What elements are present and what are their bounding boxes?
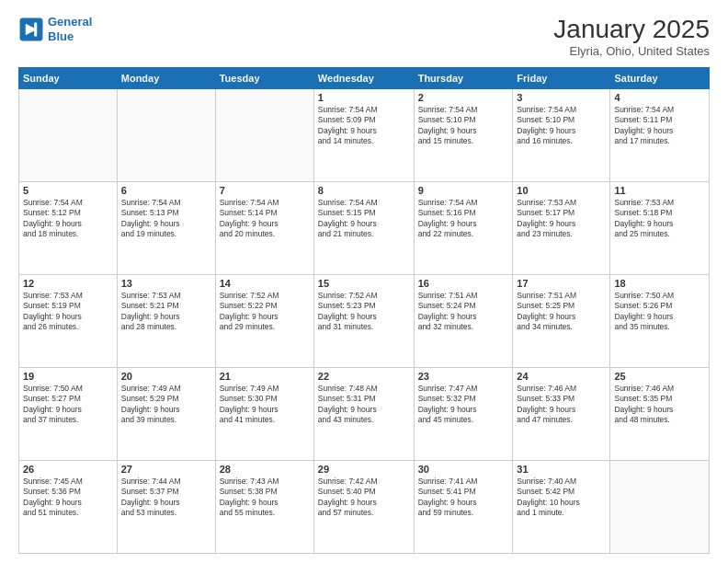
calendar-cell: 12Sunrise: 7:53 AMSunset: 5:19 PMDayligh…: [19, 275, 118, 368]
calendar-cell: 10Sunrise: 7:53 AMSunset: 5:17 PMDayligh…: [513, 182, 610, 275]
logo-icon: [18, 17, 44, 42]
day-number: 7: [220, 185, 310, 196]
calendar-cell: 2Sunrise: 7:54 AMSunset: 5:10 PMDaylight…: [414, 89, 513, 182]
day-number: 2: [418, 92, 509, 103]
day-info: Sunrise: 7:54 AMSunset: 5:11 PMDaylight:…: [614, 105, 705, 147]
calendar-cell: 24Sunrise: 7:46 AMSunset: 5:33 PMDayligh…: [513, 368, 610, 461]
day-number: 22: [318, 371, 410, 382]
day-number: 17: [517, 278, 606, 289]
calendar-subtitle: Elyria, Ohio, United States: [553, 44, 710, 58]
col-header-friday: Friday: [513, 68, 610, 89]
title-block: January 2025 Elyria, Ohio, United States: [553, 15, 710, 58]
calendar-cell: 14Sunrise: 7:52 AMSunset: 5:22 PMDayligh…: [215, 275, 313, 368]
day-number: 18: [614, 278, 705, 289]
day-info: Sunrise: 7:53 AMSunset: 5:21 PMDaylight:…: [121, 291, 211, 333]
calendar-cell: 15Sunrise: 7:52 AMSunset: 5:23 PMDayligh…: [313, 275, 414, 368]
day-info: Sunrise: 7:54 AMSunset: 5:12 PMDaylight:…: [23, 198, 113, 240]
calendar-cell: 28Sunrise: 7:43 AMSunset: 5:38 PMDayligh…: [215, 461, 313, 554]
day-number: 25: [614, 371, 705, 382]
day-number: 24: [517, 371, 606, 382]
calendar-cell: 27Sunrise: 7:44 AMSunset: 5:37 PMDayligh…: [117, 461, 215, 554]
day-number: 10: [517, 185, 606, 196]
calendar-cell: 1Sunrise: 7:54 AMSunset: 5:09 PMDaylight…: [313, 89, 414, 182]
logo: General Blue: [18, 15, 92, 43]
day-info: Sunrise: 7:54 AMSunset: 5:15 PMDaylight:…: [318, 198, 410, 240]
svg-rect-2: [34, 22, 37, 37]
day-number: 31: [517, 464, 606, 475]
page: General Blue January 2025 Elyria, Ohio, …: [0, 0, 728, 563]
day-number: 3: [517, 92, 606, 103]
day-number: 30: [418, 464, 509, 475]
calendar-cell: 9Sunrise: 7:54 AMSunset: 5:16 PMDaylight…: [414, 182, 513, 275]
calendar-cell: 25Sunrise: 7:46 AMSunset: 5:35 PMDayligh…: [610, 368, 710, 461]
col-header-wednesday: Wednesday: [313, 68, 414, 89]
day-info: Sunrise: 7:54 AMSunset: 5:09 PMDaylight:…: [318, 105, 410, 147]
week-row-4: 26Sunrise: 7:45 AMSunset: 5:36 PMDayligh…: [19, 461, 710, 554]
day-number: 21: [220, 371, 310, 382]
calendar-cell: [215, 89, 313, 182]
day-number: 13: [121, 278, 211, 289]
day-info: Sunrise: 7:50 AMSunset: 5:26 PMDaylight:…: [614, 291, 705, 333]
day-number: 20: [121, 371, 211, 382]
day-info: Sunrise: 7:48 AMSunset: 5:31 PMDaylight:…: [318, 384, 410, 426]
calendar-cell: 23Sunrise: 7:47 AMSunset: 5:32 PMDayligh…: [414, 368, 513, 461]
calendar-cell: 4Sunrise: 7:54 AMSunset: 5:11 PMDaylight…: [610, 89, 710, 182]
day-number: 8: [318, 185, 410, 196]
calendar-cell: 3Sunrise: 7:54 AMSunset: 5:10 PMDaylight…: [513, 89, 610, 182]
day-info: Sunrise: 7:45 AMSunset: 5:36 PMDaylight:…: [23, 477, 113, 519]
day-number: 12: [23, 278, 113, 289]
calendar-cell: 13Sunrise: 7:53 AMSunset: 5:21 PMDayligh…: [117, 275, 215, 368]
calendar-cell: 18Sunrise: 7:50 AMSunset: 5:26 PMDayligh…: [610, 275, 710, 368]
day-info: Sunrise: 7:52 AMSunset: 5:22 PMDaylight:…: [220, 291, 310, 333]
calendar-cell: 29Sunrise: 7:42 AMSunset: 5:40 PMDayligh…: [313, 461, 414, 554]
day-info: Sunrise: 7:49 AMSunset: 5:29 PMDaylight:…: [121, 384, 211, 426]
day-number: 4: [614, 92, 705, 103]
logo-line2: Blue: [48, 29, 74, 43]
day-info: Sunrise: 7:46 AMSunset: 5:35 PMDaylight:…: [614, 384, 705, 426]
calendar-cell: [610, 461, 710, 554]
day-info: Sunrise: 7:50 AMSunset: 5:27 PMDaylight:…: [23, 384, 113, 426]
day-info: Sunrise: 7:41 AMSunset: 5:41 PMDaylight:…: [418, 477, 509, 519]
day-info: Sunrise: 7:43 AMSunset: 5:38 PMDaylight:…: [220, 477, 310, 519]
day-number: 29: [318, 464, 410, 475]
calendar-cell: 20Sunrise: 7:49 AMSunset: 5:29 PMDayligh…: [117, 368, 215, 461]
day-number: 5: [23, 185, 113, 196]
calendar-cell: 17Sunrise: 7:51 AMSunset: 5:25 PMDayligh…: [513, 275, 610, 368]
calendar-cell: 22Sunrise: 7:48 AMSunset: 5:31 PMDayligh…: [313, 368, 414, 461]
day-info: Sunrise: 7:42 AMSunset: 5:40 PMDaylight:…: [318, 477, 410, 519]
week-row-1: 5Sunrise: 7:54 AMSunset: 5:12 PMDaylight…: [19, 182, 710, 275]
day-info: Sunrise: 7:53 AMSunset: 5:18 PMDaylight:…: [614, 198, 705, 240]
header-row: SundayMondayTuesdayWednesdayThursdayFrid…: [19, 68, 710, 89]
day-info: Sunrise: 7:40 AMSunset: 5:42 PMDaylight:…: [517, 477, 606, 519]
day-info: Sunrise: 7:54 AMSunset: 5:10 PMDaylight:…: [418, 105, 509, 147]
day-info: Sunrise: 7:47 AMSunset: 5:32 PMDaylight:…: [418, 384, 509, 426]
day-number: 11: [614, 185, 705, 196]
col-header-monday: Monday: [117, 68, 215, 89]
calendar-cell: 30Sunrise: 7:41 AMSunset: 5:41 PMDayligh…: [414, 461, 513, 554]
day-info: Sunrise: 7:44 AMSunset: 5:37 PMDaylight:…: [121, 477, 211, 519]
day-info: Sunrise: 7:46 AMSunset: 5:33 PMDaylight:…: [517, 384, 606, 426]
calendar-cell: 11Sunrise: 7:53 AMSunset: 5:18 PMDayligh…: [610, 182, 710, 275]
day-number: 19: [23, 371, 113, 382]
day-number: 6: [121, 185, 211, 196]
day-number: 1: [318, 92, 410, 103]
day-number: 23: [418, 371, 509, 382]
col-header-thursday: Thursday: [414, 68, 513, 89]
day-number: 16: [418, 278, 509, 289]
calendar-cell: [19, 89, 118, 182]
calendar-cell: 7Sunrise: 7:54 AMSunset: 5:14 PMDaylight…: [215, 182, 313, 275]
week-row-0: 1Sunrise: 7:54 AMSunset: 5:09 PMDaylight…: [19, 89, 710, 182]
calendar-cell: 31Sunrise: 7:40 AMSunset: 5:42 PMDayligh…: [513, 461, 610, 554]
logo-line1: General: [48, 15, 92, 29]
week-row-3: 19Sunrise: 7:50 AMSunset: 5:27 PMDayligh…: [19, 368, 710, 461]
calendar-cell: [117, 89, 215, 182]
day-info: Sunrise: 7:53 AMSunset: 5:17 PMDaylight:…: [517, 198, 606, 240]
day-number: 14: [220, 278, 310, 289]
day-number: 9: [418, 185, 509, 196]
calendar-cell: 6Sunrise: 7:54 AMSunset: 5:13 PMDaylight…: [117, 182, 215, 275]
day-info: Sunrise: 7:54 AMSunset: 5:10 PMDaylight:…: [517, 105, 606, 147]
calendar-cell: 26Sunrise: 7:45 AMSunset: 5:36 PMDayligh…: [19, 461, 118, 554]
day-info: Sunrise: 7:54 AMSunset: 5:16 PMDaylight:…: [418, 198, 509, 240]
day-number: 28: [220, 464, 310, 475]
calendar-title: January 2025: [553, 15, 710, 44]
